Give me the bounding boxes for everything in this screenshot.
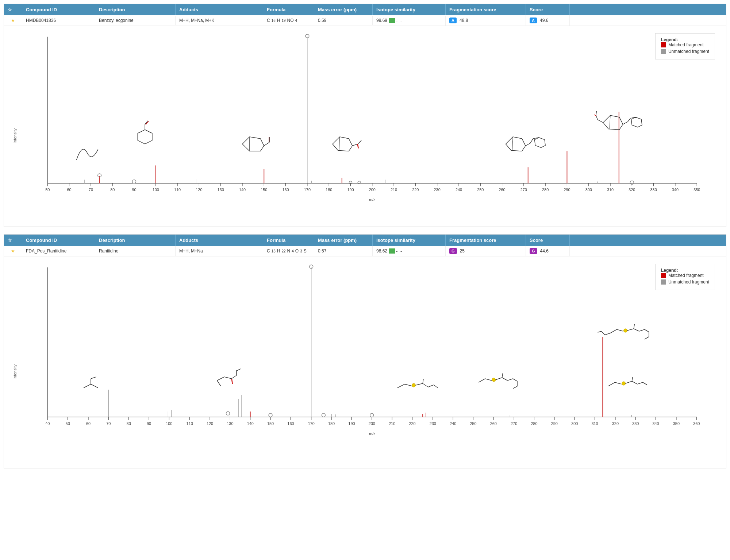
svg-line-197	[610, 329, 617, 333]
col-header-frag-score: Fragmentation score	[446, 4, 526, 15]
svg-text:210: 210	[389, 421, 395, 426]
svg-text:290: 290	[551, 421, 558, 426]
iso-bar-green-2	[389, 248, 395, 254]
svg-text:320: 320	[612, 421, 619, 426]
open-circle-190	[358, 181, 361, 184]
svg-line-88	[596, 115, 598, 120]
svg-point-181	[492, 378, 496, 382]
score-grade-badge-1: A	[530, 18, 537, 23]
svg-text:310: 310	[591, 421, 598, 426]
svg-text:40: 40	[45, 421, 50, 426]
molecule2-72	[84, 377, 98, 388]
svg-text:90: 90	[132, 188, 136, 192]
y-axis-label-2: Intensity	[13, 364, 17, 379]
matched-color-box	[661, 42, 666, 47]
svg-line-78	[526, 143, 530, 146]
svg-text:320: 320	[629, 188, 635, 192]
svg-line-170	[217, 381, 221, 386]
svg-point-173	[412, 383, 415, 387]
svg-text:250: 250	[477, 188, 484, 192]
col-adducts-2: M+H, M+Na	[176, 246, 263, 256]
col-header-adducts: Adducts	[176, 4, 263, 15]
svg-text:190: 190	[347, 188, 354, 192]
x-axis-label-2: m/z	[369, 432, 376, 436]
svg-line-209	[598, 331, 601, 332]
col-adducts-1: M+H, M+Na, M+K	[176, 16, 263, 25]
svg-line-163	[217, 377, 224, 381]
svg-text:240: 240	[450, 421, 456, 426]
svg-line-164	[224, 377, 232, 379]
molecule-312	[594, 111, 642, 130]
x-ticks: 50 60 70 80 90 100 110 120 130 140 150 1…	[45, 183, 700, 192]
svg-point-191	[622, 382, 626, 385]
svg-line-179	[479, 379, 485, 382]
svg-text:170: 170	[304, 188, 311, 192]
svg-line-74	[358, 140, 361, 144]
svg-line-175	[423, 383, 428, 387]
svg-text:130: 130	[218, 188, 224, 192]
frag-grade-badge-1: A	[449, 18, 457, 23]
svg-text:270: 270	[511, 421, 517, 426]
molecule-82	[76, 149, 98, 160]
svg-text:290: 290	[564, 188, 570, 192]
svg-line-189	[608, 382, 615, 386]
svg-text:100: 100	[166, 421, 172, 426]
svg-text:230: 230	[434, 188, 441, 192]
col-header-frag-score-2: Fragmentation score	[446, 235, 526, 246]
col-score-2: G 44.6	[526, 246, 570, 256]
svg-text:180: 180	[326, 188, 332, 192]
col-compound-id-1: HMDB0041836	[22, 16, 95, 25]
chart-svg-2: 40 50 60 70 80 90 100 110 120 130 140 15…	[26, 264, 704, 450]
svg-marker-86	[631, 117, 642, 127]
chart-area-2: Intensity Legend: Matched fragment Unmat…	[4, 256, 726, 468]
svg-line-82	[610, 115, 610, 129]
svg-line-176	[423, 379, 423, 383]
col-formula-1: C16H19NO4	[263, 16, 314, 25]
col-star-1[interactable]: ★	[4, 16, 22, 25]
svg-text:140: 140	[239, 188, 246, 192]
table-row-2[interactable]: ★ FDA_Pos_Ranitidine Ranitidine M+H, M+N…	[4, 246, 726, 256]
svg-text:260: 260	[490, 421, 497, 426]
svg-text:180: 180	[328, 421, 335, 426]
svg-text:330: 330	[650, 188, 657, 192]
svg-text:160: 160	[283, 188, 289, 192]
svg-line-185	[507, 379, 513, 381]
svg-text:210: 210	[391, 188, 397, 192]
molecule2-228	[397, 379, 438, 388]
col-star-2[interactable]: ★	[4, 246, 22, 256]
svg-line-203	[639, 329, 645, 331]
col-header-score: Score	[526, 4, 570, 15]
svg-text:50: 50	[66, 421, 70, 426]
svg-text:130: 130	[227, 421, 233, 426]
col-mass-error-1: 0.59	[314, 16, 373, 25]
svg-line-69	[264, 142, 269, 146]
svg-text:70: 70	[106, 421, 111, 426]
matched-color-box-2	[661, 273, 666, 278]
frag-grade-badge-2: G	[449, 248, 457, 254]
x-axis-label-1: m/z	[369, 197, 376, 202]
svg-text:350: 350	[694, 188, 700, 192]
svg-text:70: 70	[89, 188, 93, 192]
svg-line-159	[84, 384, 91, 388]
svg-text:150: 150	[261, 188, 267, 192]
svg-text:50: 50	[45, 188, 50, 192]
col-header-formula: Formula	[263, 4, 314, 15]
svg-text:110: 110	[187, 421, 193, 426]
svg-line-194	[632, 377, 633, 381]
legend-unmatched-2: Unmatched fragment	[661, 279, 709, 285]
open-circle-95	[132, 180, 136, 184]
svg-line-195	[637, 382, 643, 384]
svg-text:120: 120	[196, 188, 202, 192]
table-header-2: ☆ Compound ID Description Adducts Formul…	[4, 235, 726, 246]
col-score-1: A 49.6	[526, 15, 570, 26]
svg-line-196	[643, 382, 647, 385]
svg-text:350: 350	[673, 421, 680, 426]
col-frag-score-1: A 48.8	[446, 15, 526, 26]
x-ticks-2: 40 50 60 70 80 90 100 110 120 130 140 15…	[45, 417, 700, 426]
svg-line-206	[645, 337, 649, 339]
col-header-isotope: Isotope similarity	[373, 4, 446, 15]
svg-text:220: 220	[409, 421, 415, 426]
svg-text:220: 220	[412, 188, 419, 192]
legend-title-2: Legend:	[661, 268, 678, 273]
table-row-1[interactable]: ★ HMDB0041836 Benzoyl ecgonine M+H, M+Na…	[4, 15, 726, 26]
